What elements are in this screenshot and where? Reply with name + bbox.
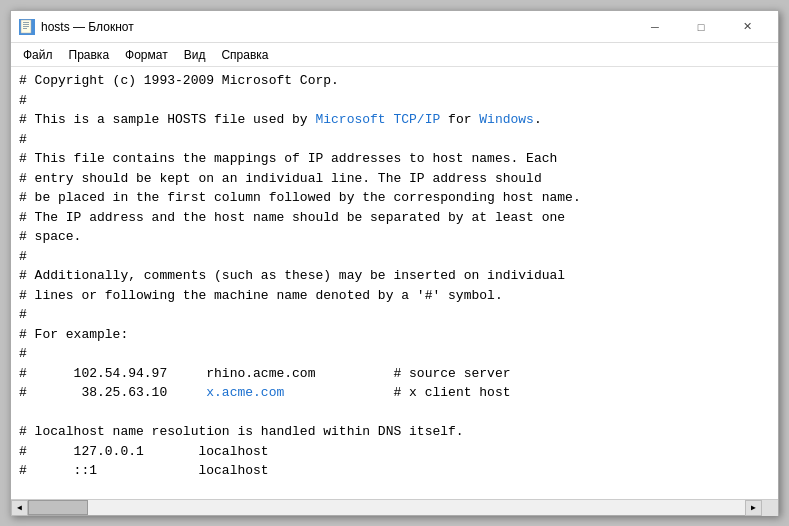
window-title: hosts — Блокнот — [41, 20, 632, 34]
menu-view[interactable]: Вид — [176, 46, 214, 64]
close-button[interactable]: ✕ — [724, 11, 770, 43]
svg-rect-3 — [23, 26, 29, 27]
menu-edit[interactable]: Правка — [61, 46, 118, 64]
hscroll-right-button[interactable]: ▶ — [745, 500, 762, 516]
menubar: Файл Правка Формат Вид Справка — [11, 43, 778, 67]
scrollbar-corner — [762, 500, 778, 516]
maximize-button[interactable]: □ — [678, 11, 724, 43]
hscroll-left-button[interactable]: ◀ — [11, 500, 28, 516]
menu-format[interactable]: Формат — [117, 46, 176, 64]
minimize-button[interactable]: ─ — [632, 11, 678, 43]
hscroll-thumb[interactable] — [28, 500, 88, 515]
notepad-icon — [19, 19, 35, 35]
editor-area: # Copyright (c) 1993-2009 Microsoft Corp… — [11, 67, 778, 499]
titlebar: hosts — Блокнот ─ □ ✕ — [11, 11, 778, 43]
horizontal-scrollbar: ◀ ▶ — [11, 499, 778, 515]
svg-rect-1 — [23, 22, 29, 23]
text-editor[interactable]: # Copyright (c) 1993-2009 Microsoft Corp… — [11, 67, 778, 499]
menu-file[interactable]: Файл — [15, 46, 61, 64]
svg-rect-4 — [23, 28, 27, 29]
notepad-window: hosts — Блокнот ─ □ ✕ Файл Правка Формат… — [10, 10, 779, 516]
titlebar-controls: ─ □ ✕ — [632, 11, 770, 43]
menu-help[interactable]: Справка — [213, 46, 276, 64]
svg-rect-2 — [23, 24, 29, 25]
hscroll-track[interactable] — [28, 500, 745, 515]
